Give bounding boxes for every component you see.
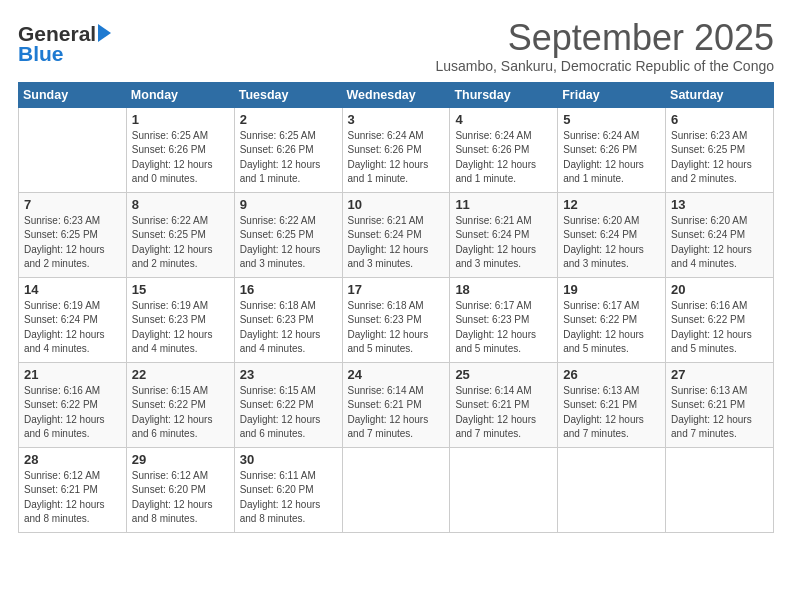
day-number: 11 [455,197,552,212]
day-number: 1 [132,112,229,127]
calendar-cell [342,447,450,532]
logo-blue-text: Blue [18,42,64,66]
calendar-cell: 1Sunrise: 6:25 AM Sunset: 6:26 PM Daylig… [126,107,234,192]
day-info: Sunrise: 6:23 AM Sunset: 6:25 PM Dayligh… [671,129,768,187]
day-info: Sunrise: 6:16 AM Sunset: 6:22 PM Dayligh… [671,299,768,357]
calendar-cell: 29Sunrise: 6:12 AM Sunset: 6:20 PM Dayli… [126,447,234,532]
day-number: 24 [348,367,445,382]
day-info: Sunrise: 6:14 AM Sunset: 6:21 PM Dayligh… [455,384,552,442]
header: General Blue September 2025 Lusambo, San… [18,18,774,74]
day-number: 8 [132,197,229,212]
day-number: 23 [240,367,337,382]
calendar-cell [666,447,774,532]
day-info: Sunrise: 6:14 AM Sunset: 6:21 PM Dayligh… [348,384,445,442]
day-info: Sunrise: 6:12 AM Sunset: 6:21 PM Dayligh… [24,469,121,527]
day-number: 12 [563,197,660,212]
day-number: 17 [348,282,445,297]
day-info: Sunrise: 6:25 AM Sunset: 6:26 PM Dayligh… [132,129,229,187]
calendar-cell: 9Sunrise: 6:22 AM Sunset: 6:25 PM Daylig… [234,192,342,277]
day-info: Sunrise: 6:24 AM Sunset: 6:26 PM Dayligh… [563,129,660,187]
day-number: 3 [348,112,445,127]
calendar-cell: 27Sunrise: 6:13 AM Sunset: 6:21 PM Dayli… [666,362,774,447]
day-info: Sunrise: 6:20 AM Sunset: 6:24 PM Dayligh… [671,214,768,272]
day-number: 21 [24,367,121,382]
calendar-cell: 7Sunrise: 6:23 AM Sunset: 6:25 PM Daylig… [19,192,127,277]
header-cell-friday: Friday [558,82,666,107]
calendar-cell: 19Sunrise: 6:17 AM Sunset: 6:22 PM Dayli… [558,277,666,362]
calendar-cell: 14Sunrise: 6:19 AM Sunset: 6:24 PM Dayli… [19,277,127,362]
day-info: Sunrise: 6:11 AM Sunset: 6:20 PM Dayligh… [240,469,337,527]
week-row-3: 14Sunrise: 6:19 AM Sunset: 6:24 PM Dayli… [19,277,774,362]
header-cell-monday: Monday [126,82,234,107]
day-number: 28 [24,452,121,467]
day-number: 26 [563,367,660,382]
day-info: Sunrise: 6:15 AM Sunset: 6:22 PM Dayligh… [240,384,337,442]
day-info: Sunrise: 6:19 AM Sunset: 6:23 PM Dayligh… [132,299,229,357]
calendar-cell: 4Sunrise: 6:24 AM Sunset: 6:26 PM Daylig… [450,107,558,192]
week-row-5: 28Sunrise: 6:12 AM Sunset: 6:21 PM Dayli… [19,447,774,532]
day-info: Sunrise: 6:17 AM Sunset: 6:22 PM Dayligh… [563,299,660,357]
calendar-cell: 30Sunrise: 6:11 AM Sunset: 6:20 PM Dayli… [234,447,342,532]
calendar-cell: 18Sunrise: 6:17 AM Sunset: 6:23 PM Dayli… [450,277,558,362]
day-number: 9 [240,197,337,212]
calendar-cell: 16Sunrise: 6:18 AM Sunset: 6:23 PM Dayli… [234,277,342,362]
day-number: 4 [455,112,552,127]
header-cell-saturday: Saturday [666,82,774,107]
calendar-cell: 13Sunrise: 6:20 AM Sunset: 6:24 PM Dayli… [666,192,774,277]
day-info: Sunrise: 6:22 AM Sunset: 6:25 PM Dayligh… [132,214,229,272]
day-info: Sunrise: 6:15 AM Sunset: 6:22 PM Dayligh… [132,384,229,442]
day-number: 6 [671,112,768,127]
calendar-cell: 5Sunrise: 6:24 AM Sunset: 6:26 PM Daylig… [558,107,666,192]
day-number: 22 [132,367,229,382]
calendar-cell: 25Sunrise: 6:14 AM Sunset: 6:21 PM Dayli… [450,362,558,447]
header-cell-tuesday: Tuesday [234,82,342,107]
day-info: Sunrise: 6:23 AM Sunset: 6:25 PM Dayligh… [24,214,121,272]
day-number: 25 [455,367,552,382]
logo-chevron-icon [98,24,111,42]
header-row: SundayMondayTuesdayWednesdayThursdayFrid… [19,82,774,107]
title-block: September 2025 Lusambo, Sankuru, Democra… [435,18,774,74]
week-row-2: 7Sunrise: 6:23 AM Sunset: 6:25 PM Daylig… [19,192,774,277]
day-number: 29 [132,452,229,467]
header-cell-thursday: Thursday [450,82,558,107]
day-info: Sunrise: 6:16 AM Sunset: 6:22 PM Dayligh… [24,384,121,442]
day-info: Sunrise: 6:13 AM Sunset: 6:21 PM Dayligh… [563,384,660,442]
calendar-cell: 15Sunrise: 6:19 AM Sunset: 6:23 PM Dayli… [126,277,234,362]
calendar-cell: 6Sunrise: 6:23 AM Sunset: 6:25 PM Daylig… [666,107,774,192]
day-info: Sunrise: 6:13 AM Sunset: 6:21 PM Dayligh… [671,384,768,442]
calendar-cell: 11Sunrise: 6:21 AM Sunset: 6:24 PM Dayli… [450,192,558,277]
day-info: Sunrise: 6:18 AM Sunset: 6:23 PM Dayligh… [240,299,337,357]
day-info: Sunrise: 6:19 AM Sunset: 6:24 PM Dayligh… [24,299,121,357]
logo: General Blue [18,22,111,66]
day-number: 10 [348,197,445,212]
day-number: 27 [671,367,768,382]
day-info: Sunrise: 6:21 AM Sunset: 6:24 PM Dayligh… [348,214,445,272]
calendar-cell [450,447,558,532]
day-number: 14 [24,282,121,297]
day-info: Sunrise: 6:24 AM Sunset: 6:26 PM Dayligh… [455,129,552,187]
calendar-cell: 22Sunrise: 6:15 AM Sunset: 6:22 PM Dayli… [126,362,234,447]
week-row-4: 21Sunrise: 6:16 AM Sunset: 6:22 PM Dayli… [19,362,774,447]
day-info: Sunrise: 6:17 AM Sunset: 6:23 PM Dayligh… [455,299,552,357]
calendar-table: SundayMondayTuesdayWednesdayThursdayFrid… [18,82,774,533]
week-row-1: 1Sunrise: 6:25 AM Sunset: 6:26 PM Daylig… [19,107,774,192]
calendar-cell: 2Sunrise: 6:25 AM Sunset: 6:26 PM Daylig… [234,107,342,192]
calendar-cell: 28Sunrise: 6:12 AM Sunset: 6:21 PM Dayli… [19,447,127,532]
day-info: Sunrise: 6:25 AM Sunset: 6:26 PM Dayligh… [240,129,337,187]
day-info: Sunrise: 6:20 AM Sunset: 6:24 PM Dayligh… [563,214,660,272]
day-info: Sunrise: 6:21 AM Sunset: 6:24 PM Dayligh… [455,214,552,272]
day-number: 15 [132,282,229,297]
day-info: Sunrise: 6:24 AM Sunset: 6:26 PM Dayligh… [348,129,445,187]
calendar-cell: 17Sunrise: 6:18 AM Sunset: 6:23 PM Dayli… [342,277,450,362]
calendar-cell [558,447,666,532]
day-info: Sunrise: 6:22 AM Sunset: 6:25 PM Dayligh… [240,214,337,272]
day-info: Sunrise: 6:12 AM Sunset: 6:20 PM Dayligh… [132,469,229,527]
calendar-cell: 26Sunrise: 6:13 AM Sunset: 6:21 PM Dayli… [558,362,666,447]
calendar-cell: 12Sunrise: 6:20 AM Sunset: 6:24 PM Dayli… [558,192,666,277]
day-number: 30 [240,452,337,467]
calendar-cell: 20Sunrise: 6:16 AM Sunset: 6:22 PM Dayli… [666,277,774,362]
day-number: 18 [455,282,552,297]
calendar-cell: 23Sunrise: 6:15 AM Sunset: 6:22 PM Dayli… [234,362,342,447]
calendar-cell: 21Sunrise: 6:16 AM Sunset: 6:22 PM Dayli… [19,362,127,447]
day-number: 19 [563,282,660,297]
